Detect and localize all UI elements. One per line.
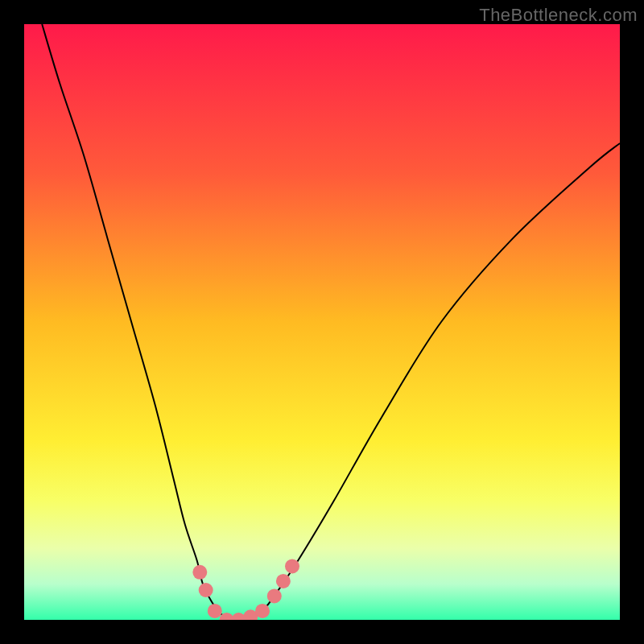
data-point xyxy=(192,565,207,580)
data-point xyxy=(285,559,299,573)
data-point xyxy=(208,604,222,618)
data-point xyxy=(276,574,291,588)
bottleneck-chart xyxy=(24,24,620,620)
chart-frame xyxy=(24,24,620,620)
data-point xyxy=(255,604,270,618)
data-point xyxy=(267,588,282,603)
gradient-background xyxy=(24,24,620,620)
watermark-text: TheBottleneck.com xyxy=(479,5,638,26)
data-point xyxy=(199,583,213,597)
